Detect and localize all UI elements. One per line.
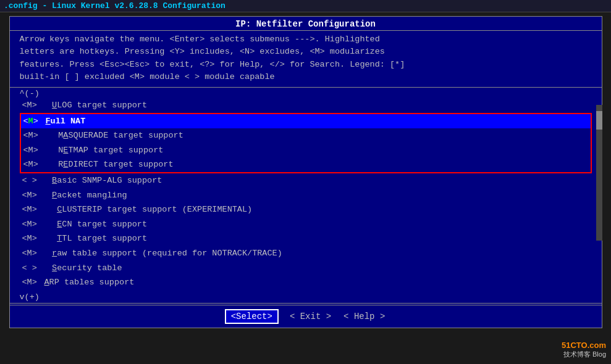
menu-item-clusterip[interactable]: <M> CLUSTERIP target support (EXPERIMENT… [20,202,592,217]
scroll-bar[interactable] [596,105,602,241]
help-button[interactable]: < Help > [343,312,385,321]
dialog-title: IP: Netfilter Configuration [10,17,602,31]
menu-item-redirect[interactable]: <M> REDIRECT target support [21,157,591,172]
menu-item-packet-mangling[interactable]: <M> Packet mangling [20,188,592,203]
help-line-1: Arrow keys navigate the menu. <Enter> se… [20,33,592,46]
menu-area[interactable]: <M> ULOG target support <M> Full NAT <M>… [10,98,602,292]
menu-label-masquerade: MASQUERADE target support [58,129,183,143]
select-button[interactable]: <Select> [226,310,277,323]
menu-item-arp[interactable]: <M> ARP tables support [20,275,592,290]
help-line-3: features. Press <Esc><Esc> to exit, <?> … [20,59,592,71]
menu-tag-netmap: <M> [23,144,59,157]
menu-item-security[interactable]: < > Security table [20,261,592,276]
menu-label-netmap: NETMAP target support [58,144,163,157]
menu-label-packet-mangling: Packet mangling [52,189,127,202]
menu-item-snmp[interactable]: < > Basic SNMP-ALG support [20,173,592,188]
help-line-4: built-in [ ] excluded <M> module < > mod… [20,71,592,83]
help-text: Arrow keys navigate the menu. <Enter> se… [10,31,602,86]
menu-tag-ttl: <M> [22,232,57,246]
menu-label-clusterip: CLUSTERIP target support (EXPERIMENTAL) [57,203,252,217]
menu-tag-masquerade: <M> [23,129,59,143]
menu-tag-ecn: <M> [22,218,57,231]
menu-tag-security: < > [22,262,53,275]
title-text: .config - Linux Kernel v2.6.28.8 Configu… [4,1,225,10]
watermark-blog: 技术博客 Blog [562,350,606,359]
menu-tag-raw-table: <M> [22,247,53,260]
menu-label-ulog: ULOG target support [52,99,147,112]
menu-tag-full-nat: <M> [23,115,46,128]
menu-label-redirect: REDIRECT target support [58,158,173,172]
nav-down-indicator: v(+) [10,292,602,302]
menu-tag-arp: <M> [22,276,44,289]
menu-tag-packet-mangling: <M> [22,189,53,202]
menu-item-ulog[interactable]: <M> ULOG target support [20,98,592,113]
menu-item-ecn[interactable]: <M> ECN target support [20,217,592,232]
menu-item-full-nat[interactable]: <M> Full NAT [21,114,591,129]
watermark-site: 51CTO.com [562,341,606,350]
menu-tag-redirect: <M> [23,158,59,172]
menu-label-security: Security table [52,262,122,275]
button-bar: <Select> < Exit > < Help > [10,305,602,328]
menu-label-arp: ARP tables support [44,276,135,289]
scroll-thumb[interactable] [596,111,602,130]
menu-label-full-nat: Full NAT [46,115,86,128]
menu-label-raw-table: raw table support (required for NOTRACK/… [52,247,282,260]
menu-item-ttl[interactable]: <M> TTL target support [20,231,592,246]
title-bar: .config - Linux Kernel v2.6.28.8 Configu… [0,0,611,12]
watermark: 51CTO.com 技术博客 Blog [562,341,606,359]
menu-item-netmap[interactable]: <M> NETMAP target support [21,143,591,158]
menu-label-ecn: ECN target support [57,218,147,231]
menu-item-masquerade[interactable]: <M> MASQUERADE target support [21,128,591,143]
nav-up-indicator: ^(-) [10,89,602,98]
menu-label-ttl: TTL target support [57,232,147,246]
menu-tag-ulog: <M> [22,99,53,112]
main-container: IP: Netfilter Configuration Arrow keys n… [9,16,602,328]
help-line-2: letters are hotkeys. Pressing <Y> includ… [20,46,592,58]
menu-tag-snmp: < > [22,174,53,188]
red-box-group: <M> Full NAT <M> MASQUERADE target suppo… [20,113,592,173]
menu-label-snmp: Basic SNMP-ALG support [52,174,162,188]
exit-button[interactable]: < Exit > [290,312,331,321]
menu-tag-clusterip: <M> [22,203,57,217]
menu-item-raw-table[interactable]: <M> raw table support (required for NOTR… [20,246,592,261]
